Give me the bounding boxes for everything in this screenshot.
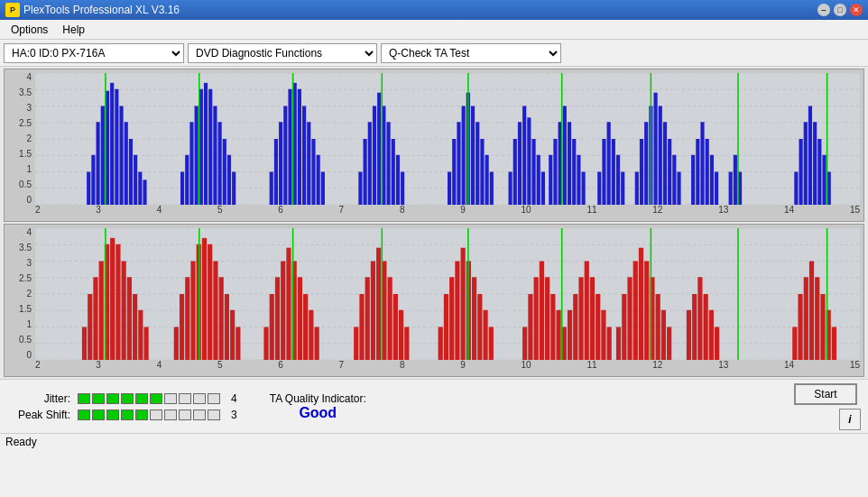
- svg-rect-224: [820, 294, 825, 360]
- svg-rect-165: [309, 310, 313, 360]
- test-select[interactable]: Q-Check TA Test: [381, 43, 561, 63]
- y2-label-25: 2.5: [19, 274, 32, 283]
- ps-seg-4: [121, 410, 134, 420]
- svg-rect-108: [799, 139, 802, 205]
- svg-rect-184: [477, 294, 482, 360]
- x2-label-6: 6: [278, 360, 283, 374]
- svg-rect-53: [392, 139, 395, 205]
- svg-rect-145: [174, 327, 179, 361]
- svg-rect-59: [462, 106, 466, 206]
- svg-rect-177: [439, 327, 443, 361]
- bottom-panel: Jitter: 4 Peak Shift:: [0, 379, 868, 433]
- svg-rect-54: [396, 155, 400, 205]
- ta-quality-value: Good: [299, 405, 337, 421]
- peak-shift-row: Peak Shift: 3: [7, 409, 237, 421]
- maximize-button[interactable]: □: [834, 4, 846, 16]
- top-chart-inner: [35, 73, 860, 205]
- svg-rect-183: [472, 277, 476, 360]
- svg-rect-193: [556, 310, 560, 360]
- svg-rect-66: [509, 172, 512, 206]
- svg-rect-188: [528, 294, 532, 360]
- info-button[interactable]: i: [839, 409, 861, 430]
- svg-rect-83: [602, 139, 605, 205]
- menu-bar: Options Help: [0, 20, 868, 40]
- x2-label-13: 13: [718, 360, 728, 374]
- svg-rect-34: [270, 172, 273, 206]
- svg-rect-85: [612, 139, 615, 205]
- menu-help[interactable]: Help: [55, 22, 92, 38]
- svg-rect-187: [522, 327, 527, 361]
- drive-select[interactable]: HA:0 ID:0 PX-716A: [4, 43, 184, 63]
- menu-options[interactable]: Options: [4, 22, 55, 38]
- svg-rect-18: [129, 139, 133, 205]
- status-text: Ready: [5, 436, 37, 448]
- jitter-seg-2: [92, 393, 105, 404]
- svg-rect-164: [303, 294, 308, 360]
- svg-rect-212: [667, 327, 671, 361]
- svg-rect-87: [621, 172, 624, 206]
- svg-rect-158: [270, 294, 274, 360]
- svg-rect-97: [677, 172, 680, 206]
- svg-rect-15: [115, 89, 118, 205]
- svg-rect-199: [590, 277, 595, 360]
- function-select[interactable]: DVD Diagnostic Functions: [188, 43, 377, 63]
- x2-label-14: 14: [784, 360, 794, 374]
- svg-rect-84: [607, 122, 611, 205]
- svg-rect-181: [461, 248, 466, 360]
- window-title: PlexTools Professional XL V3.16: [23, 4, 817, 16]
- svg-rect-31: [223, 139, 226, 205]
- close-button[interactable]: ✕: [850, 4, 863, 16]
- x2-label-7: 7: [339, 360, 345, 374]
- y-label-0: 0: [26, 196, 32, 205]
- svg-rect-89: [640, 139, 643, 205]
- svg-rect-198: [585, 262, 589, 361]
- y2-label-15: 1.5: [19, 305, 32, 314]
- svg-rect-61: [471, 106, 475, 206]
- svg-rect-50: [377, 93, 381, 205]
- svg-rect-190: [540, 262, 544, 361]
- y2-label-05: 0.5: [19, 336, 32, 345]
- svg-rect-168: [359, 294, 364, 360]
- ps-seg-7: [164, 410, 177, 420]
- svg-rect-189: [534, 277, 539, 360]
- x2-label-5: 5: [217, 360, 223, 374]
- y-label-05: 0.5: [19, 180, 32, 189]
- svg-rect-75: [553, 139, 557, 205]
- svg-rect-200: [596, 294, 600, 360]
- toolbar: HA:0 ID:0 PX-716A DVD Diagnostic Functio…: [0, 40, 868, 67]
- x-label-10: 10: [522, 205, 531, 219]
- svg-rect-86: [616, 155, 620, 205]
- svg-rect-95: [668, 139, 671, 205]
- svg-rect-74: [549, 155, 552, 205]
- y-label-1: 1: [26, 165, 32, 174]
- svg-rect-10: [91, 155, 95, 205]
- svg-rect-159: [275, 277, 280, 360]
- svg-rect-213: [687, 310, 691, 360]
- top-chart: 4 3.5 3 2.5 2 1.5 1 0.5 0: [4, 69, 864, 222]
- svg-rect-185: [483, 310, 487, 360]
- svg-rect-27: [204, 83, 208, 205]
- svg-rect-36: [279, 122, 282, 205]
- x2-label-10: 10: [522, 360, 531, 374]
- svg-rect-135: [93, 277, 97, 360]
- svg-rect-214: [692, 294, 697, 360]
- svg-rect-98: [691, 155, 695, 205]
- x-label-15: 15: [850, 205, 860, 219]
- x2-label-12: 12: [652, 360, 662, 374]
- y2-label-4: 4: [26, 228, 32, 237]
- svg-rect-176: [404, 327, 409, 361]
- svg-rect-105: [734, 155, 737, 205]
- start-button[interactable]: Start: [794, 383, 857, 405]
- ps-seg-6: [150, 410, 162, 420]
- svg-rect-173: [388, 277, 392, 360]
- svg-rect-49: [373, 106, 376, 206]
- svg-rect-111: [813, 122, 817, 205]
- svg-rect-35: [274, 139, 278, 205]
- svg-rect-88: [635, 172, 639, 206]
- svg-rect-78: [568, 122, 571, 205]
- jitter-label: Jitter:: [7, 392, 70, 405]
- svg-rect-44: [317, 155, 320, 205]
- svg-rect-100: [700, 122, 704, 205]
- minimize-button[interactable]: ‒: [817, 4, 830, 16]
- jitter-seg-5: [135, 393, 148, 404]
